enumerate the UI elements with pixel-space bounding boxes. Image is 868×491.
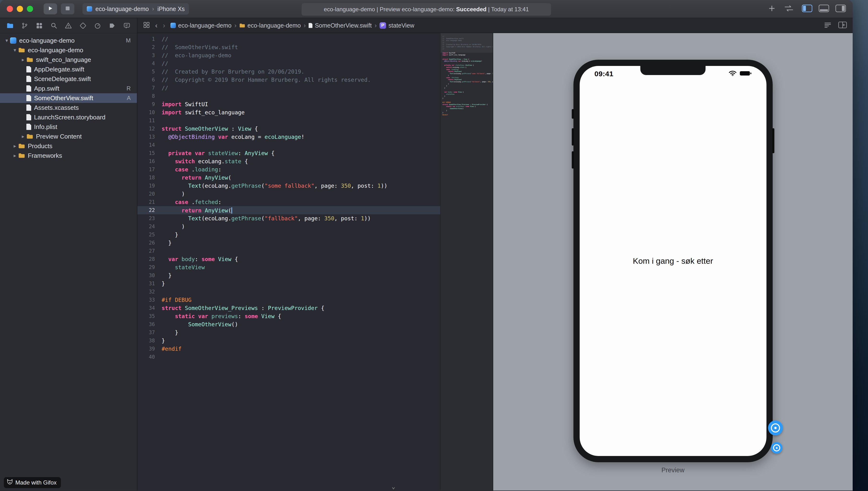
live-preview-button[interactable] — [768, 421, 783, 435]
line-number[interactable]: 27 — [137, 247, 155, 255]
code-line[interactable]: 14 — [137, 141, 440, 149]
code-line[interactable]: 7// — [137, 84, 440, 92]
code-line[interactable]: 9import SwiftUI — [137, 100, 440, 108]
line-number[interactable]: 8 — [137, 92, 155, 100]
code-line[interactable]: 23 Text(ecoLang.getPhrase("fallback", pa… — [137, 214, 440, 223]
code-line[interactable]: 29 stateView — [137, 263, 440, 271]
preview-on-device-button[interactable] — [771, 442, 782, 454]
zoom-button[interactable] — [27, 6, 33, 12]
navigator-project-button[interactable] — [6, 22, 14, 30]
code-line[interactable]: 32 — [137, 288, 440, 296]
related-items-button[interactable] — [143, 22, 150, 29]
close-button[interactable] — [7, 6, 13, 12]
tree-item-assets-xcassets[interactable]: Assets.xcassets — [0, 103, 137, 112]
line-number[interactable]: 11 — [137, 117, 155, 125]
code-line[interactable]: 25 } — [137, 231, 440, 239]
source-editor[interactable]: 1//2// SomeOtherView.swift3// eco-langua… — [137, 33, 493, 491]
line-number[interactable]: 18 — [137, 174, 155, 182]
navigator-find-button[interactable] — [50, 22, 58, 30]
line-number[interactable]: 6 — [137, 76, 155, 84]
code-scroll-area[interactable]: 1//2// SomeOtherView.swift3// eco-langua… — [137, 33, 440, 491]
code-line[interactable]: 8 — [137, 92, 440, 100]
line-number[interactable]: 31 — [137, 280, 155, 288]
tree-item-app-swift[interactable]: App.swiftR — [0, 84, 137, 93]
run-button[interactable] — [44, 3, 57, 15]
code-line[interactable]: 19 Text(ecoLang.getPhrase("some fallback… — [137, 182, 440, 190]
code-review-button[interactable] — [784, 5, 794, 13]
code-line[interactable]: 28 var body: some View { — [137, 255, 440, 263]
code-line[interactable]: 35 static var previews: some View { — [137, 312, 440, 320]
tree-item-preview-content[interactable]: ▸Preview Content — [0, 132, 137, 141]
code-line[interactable]: 34struct SomeOtherView_Previews : Previe… — [137, 304, 440, 312]
forward-button[interactable]: › — [163, 22, 165, 29]
line-number[interactable]: 5 — [137, 67, 155, 76]
line-number[interactable]: 10 — [137, 108, 155, 117]
tree-item-someotherview-swift[interactable]: SomeOtherView.swiftA — [0, 93, 137, 103]
code-line[interactable]: 2// SomeOtherView.swift — [137, 43, 440, 51]
line-number[interactable]: 37 — [137, 328, 155, 337]
code-line[interactable]: 33#if DEBUG — [137, 296, 440, 304]
editor-options-button[interactable] — [824, 22, 832, 29]
code-line[interactable]: 26 } — [137, 239, 440, 247]
line-number[interactable]: 30 — [137, 271, 155, 280]
line-number[interactable]: 29 — [137, 263, 155, 271]
line-number[interactable]: 24 — [137, 223, 155, 231]
minimap[interactable]: //// SomeOtherView.swift// eco-language-… — [440, 33, 493, 491]
line-number[interactable]: 28 — [137, 255, 155, 263]
code-line[interactable]: 11 — [137, 117, 440, 125]
navigator-issues-button[interactable] — [64, 22, 73, 30]
code-line[interactable]: 24 ) — [137, 223, 440, 231]
code-line[interactable]: 36 SomeOtherView() — [137, 320, 440, 328]
code-line[interactable]: 39#endif — [137, 345, 440, 353]
navigator-toggle-button[interactable] — [802, 5, 812, 13]
line-number[interactable]: 2 — [137, 43, 155, 51]
code-line[interactable]: 27 — [137, 247, 440, 255]
line-number[interactable]: 26 — [137, 239, 155, 247]
code-line[interactable]: 5// Created by Bror Brurberg on 20/06/20… — [137, 67, 440, 76]
breadcrumb-item-stateview[interactable]: PstateView — [380, 22, 414, 29]
disclosure-triangle-icon[interactable]: ▾ — [11, 47, 18, 53]
code-line[interactable]: 20 ) — [137, 190, 440, 198]
add-editor-button[interactable] — [838, 22, 847, 29]
navigator-reports-button[interactable] — [123, 22, 131, 30]
disclosure-triangle-icon[interactable]: ▸ — [11, 143, 18, 149]
navigator-breakpoints-button[interactable] — [108, 22, 116, 30]
code-line[interactable]: 10import swift_eco_language — [137, 108, 440, 117]
line-number[interactable]: 7 — [137, 84, 155, 92]
line-number[interactable]: 3 — [137, 51, 155, 59]
line-number[interactable]: 1 — [137, 35, 155, 43]
tree-item-frameworks[interactable]: ▸Frameworks — [0, 151, 137, 161]
tree-item-eco-language-demo[interactable]: ▾eco-language-demoM — [0, 36, 137, 45]
code-line[interactable]: 18 return AnyView( — [137, 174, 440, 182]
tree-item-swift-eco-language[interactable]: ▸swift_eco_language — [0, 55, 137, 64]
line-number[interactable]: 17 — [137, 166, 155, 174]
line-number[interactable]: 16 — [137, 157, 155, 166]
line-number[interactable]: 9 — [137, 100, 155, 108]
disclosure-triangle-icon[interactable]: ▸ — [11, 153, 18, 158]
breadcrumb-item-someotherview-swift[interactable]: SomeOtherView.swift — [309, 22, 372, 29]
tree-item-launchscreen-storyboard[interactable]: LaunchScreen.storyboard — [0, 112, 137, 122]
line-number[interactable]: 20 — [137, 190, 155, 198]
navigator-debug-button[interactable] — [93, 22, 102, 30]
code-line[interactable]: 22 return AnyView( — [137, 206, 440, 214]
code-line[interactable]: 12struct SomeOtherView : View { — [137, 125, 440, 133]
breadcrumb-item-eco-language-demo[interactable]: eco-language-demo — [239, 22, 301, 29]
tree-item-scenedelegate-swift[interactable]: SceneDelegate.swift — [0, 74, 137, 84]
code-line[interactable]: 16 switch ecoLang.state { — [137, 157, 440, 166]
stop-button[interactable] — [61, 3, 74, 15]
code-line[interactable]: 40 — [137, 353, 440, 361]
line-number[interactable]: 22 — [137, 206, 155, 214]
code-line[interactable]: 30 } — [137, 271, 440, 280]
line-number[interactable]: 19 — [137, 182, 155, 190]
code-line[interactable]: 13 @ObjectBinding var ecoLang = ecoLangu… — [137, 133, 440, 141]
code-line[interactable]: 21 case .fetched: — [137, 198, 440, 206]
line-number[interactable]: 12 — [137, 125, 155, 133]
code-line[interactable]: 3// eco-language-demo — [137, 51, 440, 59]
debug-area-toggle-button[interactable] — [819, 5, 829, 13]
line-number[interactable]: 39 — [137, 345, 155, 353]
code-line[interactable]: 17 case .loading: — [137, 166, 440, 174]
code-line[interactable]: 15 private var stateView: AnyView { — [137, 149, 440, 157]
code-line[interactable]: 31} — [137, 280, 440, 288]
line-number[interactable]: 35 — [137, 312, 155, 320]
line-number[interactable]: 21 — [137, 198, 155, 206]
